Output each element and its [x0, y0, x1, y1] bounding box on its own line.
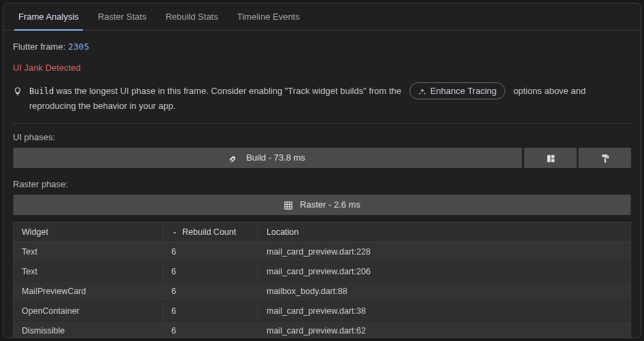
table-row[interactable]: MailPreviewCard6mailbox_body.dart:88	[13, 282, 631, 302]
header-location[interactable]: Location	[258, 223, 630, 242]
tab-rebuild-stats[interactable]: Rebuild Stats	[156, 3, 227, 30]
chevron-down-icon	[171, 227, 178, 237]
svg-rect-0	[547, 155, 550, 162]
cell-location: mail_card_preview.dart:62	[258, 321, 630, 338]
build-phase-label: Build - 73.8 ms	[246, 152, 305, 163]
header-widget[interactable]: Widget	[14, 223, 163, 242]
table-row[interactable]: Dismissible6mail_card_preview.dart:62	[13, 321, 631, 338]
raster-phase-label: Raster phase:	[13, 171, 631, 195]
table-body[interactable]: Text6mail_card_preview.dart:228Text6mail…	[13, 242, 631, 338]
header-rebuild-count[interactable]: Rebuild Count	[163, 223, 258, 242]
frame-indicator: Flutter frame: 2305	[13, 39, 631, 59]
raster-phase-row: Raster - 2.6 ms	[13, 195, 631, 215]
cell-location: mail_card_preview.dart:228	[258, 242, 630, 261]
build-phase-bar[interactable]: Build - 73.8 ms	[13, 148, 522, 168]
cell-widget: Text	[14, 262, 163, 281]
cell-location: mailbox_body.dart:88	[258, 282, 630, 301]
frame-prefix: Flutter frame:	[13, 42, 68, 52]
cell-count: 6	[163, 242, 258, 261]
paint-phase-bar[interactable]	[578, 148, 631, 168]
layout-icon	[546, 152, 556, 163]
cell-widget: MailPreviewCard	[14, 282, 163, 301]
cell-location: mail_card_preview.dart:206	[258, 262, 630, 281]
svg-rect-5	[285, 201, 292, 209]
enhance-tracing-button[interactable]: Enhance Tracing	[409, 82, 506, 99]
lightbulb-icon	[13, 82, 22, 98]
header-count-label: Rebuild Count	[182, 227, 236, 237]
table-row[interactable]: Text6mail_card_preview.dart:206	[13, 262, 631, 282]
header-widget-label: Widget	[22, 227, 48, 237]
grid-icon	[284, 199, 293, 210]
build-token: Build	[29, 86, 54, 96]
raster-phase-text: Raster - 2.6 ms	[300, 199, 360, 210]
cell-widget: Text	[14, 242, 163, 261]
ui-phases-row: Build - 73.8 ms	[13, 148, 631, 168]
content-area: Flutter frame: 2305 UI Jank Detected Bui…	[3, 31, 641, 338]
table-row[interactable]: OpenContainer6mail_card_preview.dart:38	[13, 302, 631, 321]
cell-count: 6	[163, 282, 258, 301]
tab-frame-analysis[interactable]: Frame Analysis	[9, 3, 88, 30]
sparkle-icon	[418, 86, 426, 96]
jank-warning: UI Jank Detected	[13, 59, 631, 80]
cell-count: 6	[163, 321, 258, 338]
frame-analysis-panel: Frame AnalysisRaster StatsRebuild StatsT…	[3, 3, 641, 338]
tab-timeline-events[interactable]: Timeline Events	[228, 3, 309, 30]
cell-count: 6	[163, 262, 258, 281]
paint-roller-icon	[600, 152, 610, 163]
tab-bar: Frame AnalysisRaster StatsRebuild StatsT…	[3, 3, 641, 31]
enhance-tracing-label: Enhance Tracing	[430, 86, 497, 96]
hint-text: Build was the longest UI phase in this f…	[29, 82, 631, 114]
hint-row: Build was the longest UI phase in this f…	[13, 80, 631, 124]
svg-rect-4	[604, 159, 605, 163]
cell-count: 6	[163, 302, 258, 321]
svg-rect-2	[551, 159, 554, 162]
rebuild-table: Widget Rebuild Count Location Text6mail_…	[13, 222, 631, 338]
cell-location: mail_card_preview.dart:38	[258, 302, 630, 321]
cell-widget: Dismissible	[14, 321, 163, 338]
ui-phases-label: UI phases:	[13, 124, 631, 148]
header-location-label: Location	[267, 227, 299, 237]
raster-phase-bar[interactable]: Raster - 2.6 ms	[13, 195, 631, 215]
svg-rect-1	[551, 155, 554, 158]
layout-phase-bar[interactable]	[524, 148, 577, 168]
table-header: Widget Rebuild Count Location	[13, 222, 631, 242]
cell-widget: OpenContainer	[14, 302, 163, 321]
hint-before: was the longest UI phase in this frame. …	[54, 86, 404, 96]
tab-raster-stats[interactable]: Raster Stats	[88, 3, 156, 30]
table-row[interactable]: Text6mail_card_preview.dart:228	[13, 242, 631, 262]
wrench-icon	[230, 152, 239, 163]
svg-rect-3	[602, 155, 607, 157]
frame-number[interactable]: 2305	[68, 42, 89, 52]
